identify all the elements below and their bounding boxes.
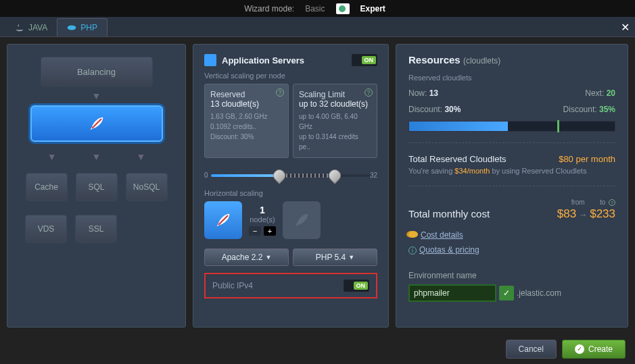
wizard-toggle[interactable] bbox=[336, 3, 350, 14]
limit-card: ? Scaling Limit up to 32 cloudlet(s) up … bbox=[293, 84, 377, 158]
next-value: 20 bbox=[607, 88, 615, 98]
limit-value: up to 32 cloudlet(s) bbox=[299, 99, 371, 109]
sql-label: SQL bbox=[88, 182, 104, 192]
arrow-down-icon: ▼ bbox=[92, 90, 101, 101]
arrows-row: ▼ ▼ ▼ bbox=[47, 147, 146, 166]
discount-key: Discount: bbox=[408, 105, 442, 114]
reserved-spec2: 0.1092 credits.. bbox=[210, 123, 256, 130]
arrow-down-icon: ▼ bbox=[92, 151, 101, 162]
php-select[interactable]: PHP 5.4▼ bbox=[293, 249, 377, 266]
info-icon: i bbox=[408, 246, 417, 255]
balancing-node[interactable]: Balancing bbox=[41, 57, 153, 86]
coins-icon bbox=[408, 231, 418, 238]
ipv4-toggle[interactable]: ON bbox=[344, 280, 369, 292]
tab-java-label: JAVA bbox=[28, 23, 47, 32]
wizard-label: Wizard mode: bbox=[244, 4, 294, 14]
discount-next: 35% bbox=[599, 105, 615, 114]
create-label: Create bbox=[588, 344, 613, 354]
ssl-label: SSL bbox=[89, 224, 104, 234]
svg-point-0 bbox=[68, 26, 76, 30]
slider-max: 32 bbox=[370, 172, 377, 179]
sql-node[interactable]: SQL bbox=[76, 173, 118, 201]
node-active[interactable] bbox=[204, 201, 242, 239]
from-to-labels: from to ? bbox=[408, 199, 615, 206]
tab-php-label: PHP bbox=[80, 23, 97, 32]
env-domain: .jelastic.com bbox=[517, 288, 561, 298]
toggle-on-label: ON bbox=[362, 56, 377, 64]
tmc-label: Total monthly cost bbox=[408, 208, 490, 219]
trc-label: Total Reserved Cloudlets bbox=[408, 154, 507, 164]
slider-min: 0 bbox=[204, 172, 208, 179]
wizard-basic-option[interactable]: Basic bbox=[300, 3, 330, 15]
limit-title: Scaling Limit bbox=[299, 90, 371, 99]
now-value: 13 bbox=[429, 88, 438, 98]
node-plus-button[interactable]: + bbox=[264, 226, 276, 236]
node-inactive[interactable] bbox=[283, 201, 321, 239]
tmc-to: $233 bbox=[590, 207, 615, 220]
ssl-node[interactable]: SSL bbox=[75, 215, 117, 243]
php-icon bbox=[67, 23, 76, 32]
config-panel: Application Servers ON Vertical scaling … bbox=[193, 44, 389, 328]
horizontal-scaling-label: Horizontal scaling bbox=[204, 189, 377, 197]
reserved-spec1: 1.63 GB, 2.60 GHz bbox=[210, 113, 268, 120]
nosql-node[interactable]: NoSQL bbox=[126, 173, 168, 201]
create-button[interactable]: ✓Create bbox=[562, 340, 626, 359]
help-icon[interactable]: ? bbox=[609, 199, 615, 206]
trc-price: $80 per month bbox=[559, 154, 615, 164]
reserved-cloudlets-label: Reserved cloudlets bbox=[408, 74, 615, 82]
tab-php[interactable]: PHP bbox=[57, 18, 108, 36]
check-icon: ✓ bbox=[499, 286, 514, 301]
reserved-card: ? Reserved 13 cloudlet(s) 1.63 GB, 2.60 … bbox=[204, 84, 289, 158]
cloudlets-slider[interactable]: 0 32 bbox=[204, 167, 377, 184]
app-server-node[interactable] bbox=[30, 105, 163, 142]
arrow-down-icon: ▼ bbox=[47, 151, 57, 162]
appservers-title: Application Servers bbox=[222, 55, 304, 66]
server-select[interactable]: Apache 2.2▼ bbox=[204, 249, 289, 266]
arrow-down-icon: ▼ bbox=[136, 151, 145, 162]
cache-node[interactable]: Cache bbox=[26, 173, 68, 201]
tab-java[interactable]: JAVA bbox=[5, 19, 57, 36]
limit-spec2: up to 0.3144 credits pe.. bbox=[299, 133, 358, 151]
vds-node[interactable]: VDS bbox=[25, 215, 67, 243]
chevron-down-icon: ▼ bbox=[348, 254, 354, 261]
env-name-input[interactable] bbox=[408, 284, 496, 302]
footer-buttons: Cancel ✓Create bbox=[0, 334, 635, 364]
wizard-mode-bar: Wizard mode: Basic Expert bbox=[0, 0, 635, 17]
limit-spec1: up to 4.00 GB, 6.40 GHz bbox=[299, 113, 358, 130]
appservers-toggle[interactable]: ON bbox=[352, 54, 377, 66]
language-tabs: JAVA PHP ✕ bbox=[0, 17, 635, 37]
cancel-button[interactable]: Cancel bbox=[506, 340, 557, 359]
vds-label: VDS bbox=[38, 224, 55, 234]
help-icon[interactable]: ? bbox=[364, 88, 373, 97]
resources-panel: Resources (cloudlets) Reserved cloudlets… bbox=[396, 44, 628, 328]
feather-icon bbox=[292, 211, 311, 230]
cache-label: Cache bbox=[34, 182, 58, 192]
quotas-link[interactable]: Quotas & pricing bbox=[419, 245, 479, 255]
node-count-label: node(s) bbox=[249, 215, 276, 224]
resources-title: Resources (cloudlets) bbox=[408, 54, 615, 66]
discount-key2: Discount: bbox=[563, 105, 597, 114]
slider-handle-limit[interactable] bbox=[327, 167, 344, 184]
toggle-on-label: ON bbox=[354, 282, 369, 290]
server-select-value: Apache 2.2 bbox=[222, 253, 263, 262]
feather-icon bbox=[214, 211, 233, 230]
reserved-title: Reserved bbox=[210, 90, 283, 99]
ipv4-label: Public IPv4 bbox=[212, 281, 253, 290]
discount-now: 30% bbox=[444, 105, 461, 114]
now-key: Now: bbox=[408, 88, 427, 98]
next-key: Next: bbox=[585, 88, 604, 98]
saving-text: You're saving $34/month by using Reserve… bbox=[408, 167, 615, 175]
slider-handle-reserved[interactable] bbox=[271, 167, 288, 184]
cloudlets-bar bbox=[408, 121, 615, 132]
wizard-expert-option[interactable]: Expert bbox=[355, 3, 391, 15]
cost-details-link[interactable]: Cost details bbox=[421, 230, 463, 240]
nosql-label: NoSQL bbox=[133, 182, 160, 192]
close-icon[interactable]: ✕ bbox=[621, 21, 630, 34]
reserved-discount: Discount: 30% bbox=[210, 133, 254, 140]
help-icon[interactable]: ? bbox=[276, 88, 284, 97]
node-count-value: 1 bbox=[249, 205, 276, 215]
node-minus-button[interactable]: − bbox=[249, 226, 261, 236]
reserved-value: 13 cloudlet(s) bbox=[210, 99, 283, 109]
node-count: 1 node(s) −+ bbox=[249, 205, 276, 236]
cancel-label: Cancel bbox=[519, 344, 544, 354]
